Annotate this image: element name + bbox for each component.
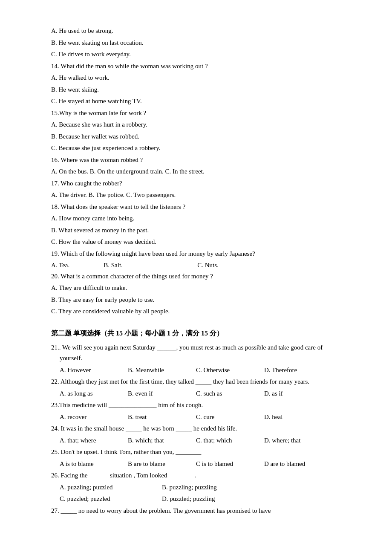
q23-option-c: C. cure: [196, 412, 256, 423]
question-26: 26. Facing the ______ situation , Tom lo…: [51, 470, 341, 481]
q15-option-a: A. Because she was hurt in a robbery.: [51, 119, 341, 130]
q21-option-a: A. However: [60, 365, 119, 376]
q19-option-b: B. Salt.: [104, 260, 163, 271]
question-17: 17. Who caught the robber?: [51, 178, 341, 189]
q25-options-row: A is to blame B are to blame C is to bla…: [51, 459, 341, 470]
q22-option-c: C. such as: [196, 388, 256, 399]
question-21: 21.. We will see you again next Saturday…: [60, 342, 341, 364]
q25-option-a: A is to blame: [60, 459, 119, 470]
question-20: 20. What is a common character of the th…: [51, 271, 341, 282]
q15-option-b: B. Because her wallet was robbed.: [51, 131, 341, 142]
q21-options-row: A. However B. Meanwhile C. Otherwise D. …: [51, 365, 341, 376]
q18-option-a: A. How money came into being.: [51, 213, 341, 224]
q19-option-c: C. Nuts.: [197, 260, 219, 271]
q20-option-b: B. They are easy for early people to use…: [51, 295, 341, 306]
question-23: 23.This medicine will _______________ hi…: [51, 400, 341, 411]
q22-option-a: A. as long as: [60, 388, 119, 399]
q16-options: A. On the bus. B. On the underground tra…: [51, 166, 341, 177]
line-1: A. He used to be strong.: [51, 26, 341, 37]
question-27: 27. _____ no need to worry about the pro…: [51, 506, 341, 517]
question-16: 16. Where was the woman robbed ?: [51, 155, 341, 166]
q22-option-d: D. as if: [264, 388, 307, 399]
line-2: B. He went skating on last occation.: [51, 38, 341, 49]
question-15: 15.Why is the woman late for work ?: [51, 108, 341, 119]
question-14: 14. What did the man so while the woman …: [51, 61, 341, 72]
q21-option-d: D. Therefore: [264, 365, 315, 376]
q23-option-b: B. treat: [128, 412, 187, 423]
exam-content: A. He used to be strong. B. He went skat…: [51, 26, 341, 516]
q20-option-a: A. They are difficult to make.: [51, 283, 341, 294]
q21-option-b: B. Meanwhile: [128, 365, 187, 376]
q22-options-row: A. as long as B. even if C. such as D. a…: [51, 388, 341, 399]
q26-option-b: B. puzzling; puzzling: [162, 482, 247, 493]
q17-options: A. The driver. B. The police. C. Two pas…: [51, 190, 341, 201]
q14-option-b: B. He went skiing.: [51, 84, 341, 95]
q24-option-c: C. that; which: [196, 435, 256, 446]
line-3: C. He drives to work everyday.: [51, 49, 341, 60]
q23-option-a: A. recover: [60, 412, 119, 423]
q25-option-d: D are to blamed: [264, 459, 324, 470]
q21-option-c: C. Otherwise: [196, 365, 256, 376]
q25-option-b: B are to blame: [128, 459, 187, 470]
q26-option-a: A. puzzling; puzzled: [60, 482, 145, 493]
question-22: 22. Although they just met for the first…: [60, 376, 341, 387]
q23-option-d: D. heal: [264, 412, 307, 423]
q22-option-b: B. even if: [128, 388, 187, 399]
q20-option-c: C. They are considered valuable by all p…: [51, 306, 341, 317]
q18-option-b: B. What severed as money in the past.: [51, 225, 341, 236]
q14-option-c: C. He stayed at home watching TV.: [51, 96, 341, 107]
q24-options-row: A. that; where B. which; that C. that; w…: [51, 435, 341, 446]
q26-options-row-2: C. puzzled; puzzled D. puzzled; puzzling: [51, 494, 341, 505]
q25-option-c: C is to blamed: [196, 459, 256, 470]
q24-option-d: D. where; that: [264, 435, 315, 446]
question-18: 18. What does the speaker want to tell t…: [51, 202, 341, 213]
q14-option-a: A. He walked to work.: [51, 72, 341, 84]
q18-option-c: C. How the value of money was decided.: [51, 237, 341, 248]
q24-option-b: B. which; that: [128, 435, 187, 446]
q26-options-row-1: A. puzzling; puzzled B. puzzling; puzzli…: [51, 482, 341, 493]
q26-option-d: D. puzzled; puzzling: [162, 494, 247, 505]
q23-options-row: A. recover B. treat C. cure D. heal: [51, 412, 341, 423]
question-24: 24. It was in the small house _____ he w…: [51, 423, 341, 434]
question-25: 25. Don't be upset. I think Tom, rather …: [51, 447, 341, 458]
q24-option-a: A. that; where: [60, 435, 119, 446]
q26-option-c: C. puzzled; puzzled: [60, 494, 145, 505]
q19-option-a: A. Tea.: [51, 260, 69, 271]
question-19: 19. Which of the following might have be…: [51, 249, 341, 260]
q15-option-c: C. Because she just experienced a robber…: [51, 143, 341, 154]
q19-options-row: A. Tea. B. Salt. C. Nuts.: [51, 260, 341, 271]
section-2-title: 第二题 单项选择（共 15 小题；每小题 1 分，满分 15 分）: [51, 327, 341, 339]
